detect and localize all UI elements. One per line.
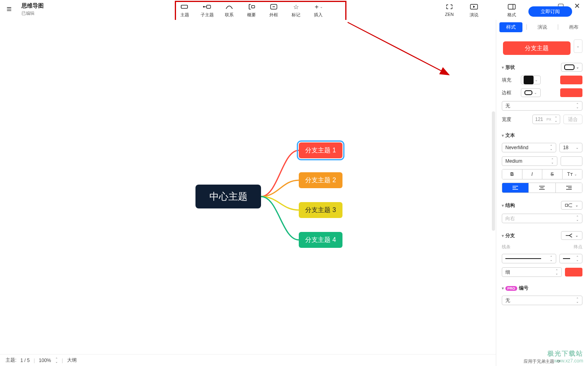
- structure-picker[interactable]: ⌄: [561, 201, 582, 210]
- marker-button[interactable]: ☆ 标记: [289, 3, 303, 18]
- font-weight-select[interactable]: Medium⌃⌄: [502, 156, 557, 166]
- boundary-button[interactable]: 外框: [267, 3, 280, 18]
- border-color-picker[interactable]: [560, 88, 582, 97]
- topic-label: 主题: [180, 12, 189, 18]
- width-input[interactable]: 121PX⌃⌄: [532, 115, 560, 124]
- scrollbar-vertical[interactable]: [492, 111, 495, 231]
- svg-line-23: [568, 205, 570, 207]
- font-color-picker[interactable]: [561, 156, 582, 166]
- topic-type-button[interactable]: 分支主题: [503, 41, 571, 55]
- number-row: 无⌃⌄: [502, 296, 582, 305]
- relation-button[interactable]: 联系: [222, 3, 236, 18]
- align-row: [502, 183, 582, 193]
- subscribe-button[interactable]: 立即订阅: [528, 6, 572, 17]
- font-weight: Medium: [505, 158, 522, 164]
- summary-button[interactable]: 概要: [245, 3, 258, 18]
- branch-node-1[interactable]: 分支主题 1: [299, 142, 342, 158]
- topic-count-value: 1 / 5: [20, 358, 29, 363]
- section-number[interactable]: ▾ PRO 编号: [502, 285, 582, 292]
- align-left-button[interactable]: [502, 183, 529, 193]
- branch-node-2[interactable]: 分支主题 2: [299, 172, 342, 188]
- font-style-row: B I S Tᴛ ⌄: [502, 169, 582, 179]
- svg-rect-9: [508, 4, 515, 9]
- branch-style-picker[interactable]: ⌄: [561, 231, 582, 240]
- line-preview-icon: [505, 257, 541, 260]
- doc-status: 已编辑: [21, 10, 44, 16]
- outline-button[interactable]: 大纲: [67, 357, 77, 364]
- summary-icon: [248, 3, 255, 10]
- branch-node-4[interactable]: 分支主题 4: [299, 232, 342, 248]
- section-text-title: 文本: [505, 132, 515, 139]
- strike-icon: S: [551, 171, 554, 177]
- zoom-stepper[interactable]: ⌃⌄: [55, 358, 58, 363]
- border-style-picker[interactable]: ⌄: [521, 88, 541, 97]
- number-style-select[interactable]: 无⌃⌄: [502, 296, 582, 305]
- fit-button[interactable]: 适合: [563, 115, 582, 124]
- bold-button[interactable]: B: [502, 169, 522, 179]
- fill-pattern-picker[interactable]: ⌄: [521, 76, 541, 84]
- align-center-button[interactable]: [529, 183, 555, 193]
- zen-button[interactable]: ZEN: [443, 3, 456, 18]
- font-size-select[interactable]: 18⌄: [559, 143, 582, 152]
- hamburger-menu-button[interactable]: ≡: [0, 0, 18, 18]
- section-branch[interactable]: ▾ 分支 ⌄: [502, 231, 582, 240]
- chevron-down-icon: ▾: [502, 234, 504, 238]
- insert-button[interactable]: ＋⌄ 插入: [311, 3, 325, 18]
- strike-button[interactable]: S: [542, 169, 563, 179]
- fill-swatch-icon: [524, 76, 534, 84]
- border-preview-icon: [524, 90, 532, 95]
- zen-icon: [446, 3, 453, 10]
- branch-node-3[interactable]: 分支主题 3: [299, 202, 342, 218]
- section-branch-title: 分支: [505, 232, 515, 239]
- italic-button[interactable]: I: [522, 169, 543, 179]
- align-right-button[interactable]: [556, 183, 582, 193]
- section-text[interactable]: ▾ 文本: [502, 132, 582, 139]
- line-color-picker[interactable]: [565, 268, 582, 276]
- mindmap-canvas[interactable]: 中心主题 分支主题 1 分支主题 2 分支主题 3 分支主题 4: [0, 20, 496, 354]
- border-label: 边框: [502, 90, 518, 96]
- tab-style[interactable]: 样式: [499, 22, 522, 32]
- case-button[interactable]: Tᴛ ⌄: [563, 169, 582, 179]
- line-end-select[interactable]: ⌃⌄: [559, 254, 582, 263]
- svg-rect-5: [251, 6, 255, 8]
- italic-icon: I: [532, 171, 533, 177]
- line-thickness-select[interactable]: 细⌃⌄: [502, 267, 562, 277]
- border-width-value: 无: [505, 103, 510, 109]
- subtopic-button[interactable]: 子主题: [200, 3, 214, 18]
- relation-icon: [225, 3, 233, 10]
- number-value: 无: [505, 297, 510, 304]
- insert-label: 插入: [314, 12, 323, 18]
- central-topic-node[interactable]: 中心主题: [195, 185, 261, 208]
- structure-icon: [565, 203, 574, 208]
- width-value: 121: [535, 117, 543, 122]
- tab-canvas[interactable]: 画布: [562, 22, 585, 32]
- section-shape[interactable]: ▾ 形状 ⌄: [502, 63, 582, 72]
- doc-title-block: 思维导图 已编辑: [21, 2, 44, 16]
- zoom-level[interactable]: 100%: [39, 358, 51, 363]
- border-width-select[interactable]: 无⌃⌄: [502, 101, 582, 111]
- svg-rect-21: [565, 204, 568, 206]
- line-style-select[interactable]: ⌃⌄: [502, 254, 556, 263]
- format-button[interactable]: 格式: [505, 3, 518, 18]
- section-structure[interactable]: ▾ 结构 ⌄: [502, 201, 582, 210]
- shape-picker[interactable]: ⌄: [561, 63, 582, 72]
- topic-type-dropdown[interactable]: ⌄: [574, 39, 582, 53]
- pitch-button[interactable]: 演说: [467, 3, 481, 18]
- svg-rect-0: [181, 5, 188, 8]
- format-panel: 样式 演说 画布 分支主题 ⌄ ▾ 形状 ⌄ 填充 ⌄ 边框 ⌄: [496, 20, 588, 366]
- font-row: NeverMind⌃⌄ 18⌄: [502, 143, 582, 152]
- structure-direction-select[interactable]: 向右⌃⌄: [502, 214, 582, 223]
- pro-badge: PRO: [505, 286, 517, 291]
- fill-color-picker[interactable]: [560, 76, 582, 84]
- topic-button[interactable]: 主题: [178, 3, 191, 18]
- format-tool-group: 格式: [505, 3, 518, 18]
- chevron-down-icon: ▾: [502, 203, 504, 208]
- width-unit: PX: [547, 117, 551, 121]
- apply-to-siblings[interactable]: 应用于兄弟主题 ⟳: [496, 358, 588, 364]
- format-label: 格式: [507, 12, 516, 18]
- fill-label: 填充: [502, 77, 518, 84]
- font-name: NeverMind: [505, 145, 528, 150]
- tab-pitch[interactable]: 演说: [531, 22, 554, 32]
- font-family-select[interactable]: NeverMind⌃⌄: [502, 143, 556, 152]
- tab-sep: [558, 24, 558, 30]
